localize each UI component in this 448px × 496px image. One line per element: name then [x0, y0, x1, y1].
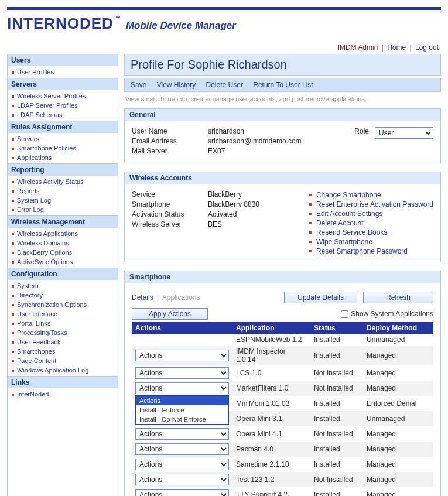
sidebar-item-link[interactable]: User Profiles — [17, 69, 54, 76]
wireless-link[interactable]: Change Smartphone — [316, 191, 381, 199]
sidebar-item-link[interactable]: Wireless Server Profiles — [17, 93, 86, 100]
actions-select[interactable]: Actions — [135, 474, 229, 485]
col-deploy: Deploy Method — [363, 322, 433, 334]
sidebar-item[interactable]: InterNoded — [8, 389, 118, 399]
brand-logo-text: INTERNODED — [7, 15, 114, 32]
wireless-link-item: Edit Account Settings — [308, 209, 433, 218]
sidebar-item[interactable]: Portal Links — [8, 319, 118, 328]
tab-applications[interactable]: Applications — [162, 293, 200, 302]
actions-select[interactable]: Actions — [135, 382, 229, 394]
sidebar-item[interactable]: Smartphone Policies — [8, 143, 118, 153]
view-history-link[interactable]: View History — [157, 81, 196, 89]
wireless-link[interactable]: Reset Smartphone Password — [316, 247, 408, 255]
sidebar-item[interactable]: System Log — [8, 196, 118, 205]
sidebar-item[interactable]: Reports — [8, 186, 118, 196]
logout-link[interactable]: Log out — [415, 43, 439, 52]
role-select[interactable]: User — [375, 127, 433, 139]
sidebar-item-link[interactable]: Wireless Activity Status — [17, 178, 84, 185]
actions-option[interactable]: Install - Enforce — [136, 405, 228, 415]
sidebar-item-link[interactable]: BlackBerry Options — [17, 249, 72, 256]
help-text: View smartphone info, create/manage user… — [125, 95, 440, 102]
sidebar-item-link[interactable]: Smartphones — [17, 348, 55, 355]
table-row: ActionsOpera Mini 4.1Not InstalledManage… — [132, 426, 433, 442]
actions-select[interactable]: Actions — [135, 459, 229, 470]
sidebar-item-link[interactable]: ActiveSync Options — [17, 258, 73, 265]
wireless-link-item: Delete Account — [308, 218, 433, 228]
sidebar-item-link[interactable]: Servers — [17, 135, 39, 142]
deploy-cell: Managed — [363, 487, 433, 496]
actions-dropdown-open: ActionsInstall - EnforceInstall - Do Not… — [135, 395, 229, 425]
sidebar-item[interactable]: LDAP Server Profiles — [8, 101, 118, 110]
actions-select[interactable]: Actions — [135, 428, 229, 440]
wireless-link[interactable]: Edit Account Settings — [316, 210, 382, 218]
app-name-cell: ESPNMobileWeb 1.2 — [232, 334, 310, 346]
role-label: Role — [354, 127, 369, 135]
sidebar-item-link[interactable]: Directory — [17, 292, 43, 299]
sidebar-item[interactable]: ActiveSync Options — [8, 257, 118, 266]
apply-actions-button[interactable]: Apply Actions — [132, 308, 208, 320]
delete-user-link[interactable]: Delete User — [206, 81, 243, 89]
return-link[interactable]: Return To User List — [253, 81, 313, 89]
sidebar-item-link[interactable]: System Log — [17, 197, 51, 204]
wireless-link[interactable]: Delete Account — [316, 219, 364, 227]
sidebar-item[interactable]: LDAP Schemas — [8, 110, 118, 119]
show-system-apps-row[interactable]: Show System Applications — [341, 310, 433, 318]
sidebar-item-link[interactable]: Error Log — [17, 206, 44, 213]
show-system-apps-checkbox[interactable] — [341, 310, 348, 318]
actions-select[interactable]: Actions — [135, 367, 229, 379]
brand-logo: INTERNODED™ — [7, 15, 121, 33]
app-name-cell: Opera Mini 4.1 — [232, 426, 310, 442]
sidebar-item[interactable]: Wireless Server Profiles — [8, 91, 118, 101]
sidebar-item-link[interactable]: Reports — [17, 187, 40, 194]
sidebar-item[interactable]: User Profiles — [8, 67, 118, 77]
sidebar-item-link[interactable]: LDAP Server Profiles — [17, 102, 78, 109]
sidebar-item[interactable]: Wireless Applications — [8, 229, 118, 238]
sidebar-item-link[interactable]: System — [17, 282, 39, 289]
sidebar-item[interactable]: Smartphones — [8, 347, 118, 356]
actions-select[interactable]: Actions — [135, 350, 229, 361]
service-value: BlackBerry — [208, 190, 290, 199]
update-details-button[interactable]: Update Details — [284, 292, 357, 303]
home-link[interactable]: Home — [387, 43, 406, 52]
actions-option[interactable]: Install - Do Not Enforce — [136, 415, 228, 424]
sidebar-item[interactable]: BlackBerry Options — [8, 248, 118, 257]
sidebar-item[interactable]: Applications — [8, 153, 118, 162]
sidebar-item-link[interactable]: LDAP Schemas — [17, 111, 62, 118]
tab-details[interactable]: Details — [132, 293, 153, 302]
sidebar-item[interactable]: Servers — [8, 134, 118, 143]
sidebar-item-link[interactable]: Wireless Domains — [17, 240, 69, 247]
sidebar-item[interactable]: Directory — [8, 290, 118, 300]
sidebar-item[interactable]: Error Log — [8, 205, 118, 214]
sidebar-item[interactable]: Synchronization Options — [8, 300, 118, 309]
sidebar-item-link[interactable]: Synchronization Options — [17, 301, 87, 308]
wireless-link[interactable]: Wipe Smartphone — [316, 238, 372, 246]
sidebar-item-link[interactable]: Smartphone Policies — [17, 145, 76, 152]
sidebar-item[interactable]: Wireless Activity Status — [8, 177, 118, 186]
wireless-link[interactable]: Resend Service Books — [316, 228, 387, 237]
sidebar-item[interactable]: Processing/Tasks — [8, 328, 118, 337]
sidebar-item-link[interactable]: Applications — [17, 154, 52, 161]
sidebar-item-link[interactable]: User Feedback — [17, 338, 61, 346]
save-link[interactable]: Save — [131, 81, 146, 89]
actions-option[interactable]: Actions — [136, 396, 228, 405]
sidebar-item[interactable]: Page Content — [8, 356, 118, 365]
sidebar-item[interactable]: User Feedback — [8, 337, 118, 347]
sidebar-item-link[interactable]: InterNoded — [17, 391, 49, 398]
sidebar-item[interactable]: System — [8, 281, 118, 290]
refresh-button[interactable]: Refresh — [363, 292, 433, 303]
sidebar-item[interactable]: Wireless Domains — [8, 238, 118, 248]
actions-select[interactable]: Actions — [135, 443, 229, 455]
sidebar-item[interactable]: User Interface — [8, 309, 118, 319]
sidebar-item-link[interactable]: User Interface — [17, 310, 57, 317]
sidebar-item-link[interactable]: Windows Application Log — [17, 367, 88, 374]
wireless-link[interactable]: Reset Enterprise Activation Password — [316, 200, 433, 208]
table-row: ActionsTest 123 1.2Not InstalledManaged — [132, 472, 433, 487]
sidebar-item-link[interactable]: Portal Links — [17, 320, 50, 327]
sidebar-group-header: Users — [8, 54, 118, 66]
sidebar-item-link[interactable]: Wireless Applications — [17, 230, 78, 237]
sidebar-item-link[interactable]: Page Content — [17, 357, 56, 364]
smartphone-value: BlackBerry 8830 — [208, 200, 290, 208]
sidebar-item-link[interactable]: Processing/Tasks — [17, 329, 67, 336]
sidebar-item[interactable]: Windows Application Log — [8, 365, 118, 375]
actions-select[interactable]: Actions — [135, 489, 229, 496]
